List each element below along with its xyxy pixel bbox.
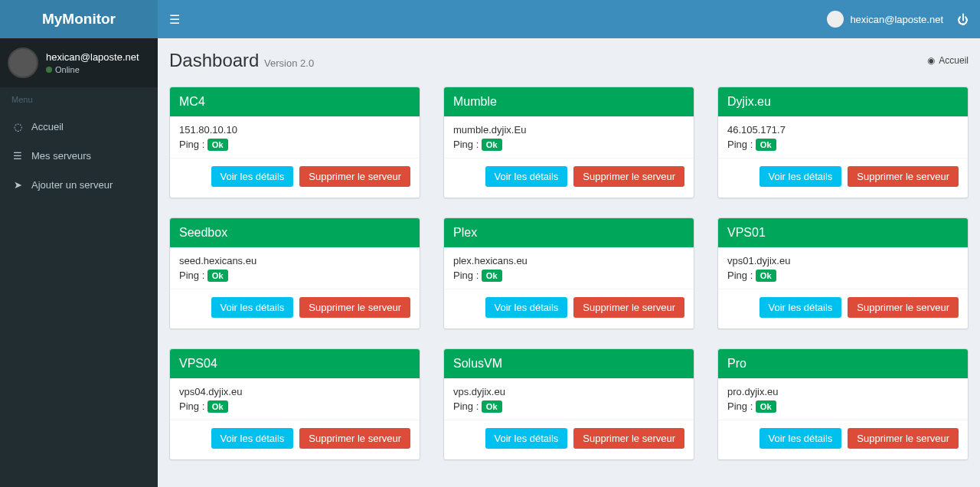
sidebar-menu-header: Menu [0,87,158,112]
power-icon[interactable]: ⏻ [957,13,969,26]
sidebar-item-add-server[interactable]: ➤ Ajouter un serveur [0,170,158,199]
details-button[interactable]: Voir les détails [760,297,842,318]
navbar-user-email: hexican@laposte.net [850,14,943,25]
details-button[interactable]: Voir les détails [485,297,568,318]
content-header: Dashboard Version 2.0 ◉ Accueil [158,38,980,71]
server-address: pro.dyjix.eu [727,386,959,397]
delete-button[interactable]: Supprimer le serveur [299,297,410,318]
hamburger-icon[interactable]: ☰ [169,12,180,27]
sidebar-user-panel: hexican@laposte.net Online [0,38,158,87]
server-name: Plex [444,218,694,247]
status-dot-icon [46,67,52,73]
breadcrumb-text: Accueil [939,55,969,66]
delete-button[interactable]: Supprimer le serveur [299,166,410,187]
server-name: Dyjix.eu [718,87,968,116]
sidebar-user-status: Online [46,65,139,74]
server-card: Dyjix.eu46.105.171.7Ping : OkVoir les dé… [717,87,969,198]
avatar [8,47,38,78]
server-address: mumble.dyjix.Eu [453,124,684,136]
ping-badge: Ok [482,400,502,413]
server-address: plex.hexicans.eu [453,255,684,266]
server-address: vps01.dyjix.eu [727,255,959,266]
details-button[interactable]: Voir les détails [760,428,842,449]
delete-button[interactable]: Supprimer le serveur [299,428,410,449]
server-card: Mumblemumble.dyjix.EuPing : OkVoir les d… [443,87,694,198]
delete-button[interactable]: Supprimer le serveur [848,297,959,318]
ping-badge: Ok [207,139,228,151]
share-icon: ➤ [11,178,24,191]
brand-logo[interactable]: MyMonitor [0,0,158,38]
ping-badge: Ok [756,400,776,413]
ping-badge: Ok [207,400,228,413]
server-ping: Ping : Ok [727,400,959,412]
server-card: MC4151.80.10.10Ping : OkVoir les détails… [169,87,420,198]
server-card: Propro.dyjix.euPing : OkVoir les détails… [717,348,969,460]
sidebar-item-label: Accueil [31,121,64,132]
server-card: Plexplex.hexicans.euPing : OkVoir les dé… [443,217,694,329]
details-button[interactable]: Voir les détails [760,166,842,187]
ping-badge: Ok [756,139,776,151]
ping-badge: Ok [482,270,502,282]
server-name: MC4 [170,87,420,116]
server-address: vps.dyjix.eu [453,386,684,397]
server-ping: Ping : Ok [453,270,684,281]
delete-button[interactable]: Supprimer le serveur [573,428,684,449]
server-ping: Ping : Ok [727,139,959,150]
server-ping: Ping : Ok [727,270,959,281]
sidebar-user-email: hexican@laposte.net [46,51,139,63]
details-button[interactable]: Voir les détails [485,428,568,449]
server-card: SolusVMvps.dyjix.euPing : OkVoir les dét… [443,348,694,460]
details-button[interactable]: Voir les détails [211,297,294,318]
server-name: VPS01 [718,218,968,247]
status-text: Online [55,65,80,74]
ping-badge: Ok [482,139,502,151]
server-card: Seedboxseed.hexicans.euPing : OkVoir les… [169,217,420,329]
details-button[interactable]: Voir les détails [211,428,294,449]
dashboard-icon: ◌ [11,120,24,132]
ping-badge: Ok [207,270,228,282]
server-address: 151.80.10.10 [179,124,410,136]
details-button[interactable]: Voir les détails [211,166,294,187]
server-ping: Ping : Ok [453,400,684,412]
server-address: 46.105.171.7 [727,124,959,136]
server-grid: MC4151.80.10.10Ping : OkVoir les détails… [158,71,980,476]
delete-button[interactable]: Supprimer le serveur [573,166,684,187]
delete-button[interactable]: Supprimer le serveur [573,297,684,318]
list-icon: ☰ [11,149,24,162]
server-address: vps04.dyjix.eu [179,386,410,397]
sidebar-item-accueil[interactable]: ◌ Accueil [0,112,158,141]
ping-badge: Ok [756,270,776,282]
breadcrumb[interactable]: ◉ Accueil [927,55,969,66]
server-name: Mumble [444,87,694,116]
page-title: Dashboard Version 2.0 [169,50,314,71]
server-ping: Ping : Ok [179,139,410,150]
server-name: VPS04 [170,349,420,378]
server-name: SolusVM [444,349,694,378]
server-card: VPS01vps01.dyjix.euPing : OkVoir les dét… [717,217,969,329]
sidebar-item-label: Mes serveurs [31,150,91,162]
sidebar-item-servers[interactable]: ☰ Mes serveurs [0,141,158,170]
navbar-user[interactable]: hexican@laposte.net [827,11,943,28]
sidebar: MyMonitor hexican@laposte.net Online Men… [0,0,158,487]
top-navbar: ☰ hexican@laposte.net ⏻ [158,0,980,38]
server-ping: Ping : Ok [179,270,410,281]
server-name: Seedbox [170,218,420,247]
delete-button[interactable]: Supprimer le serveur [848,166,959,187]
server-card: VPS04vps04.dyjix.euPing : OkVoir les dét… [169,348,420,460]
delete-button[interactable]: Supprimer le serveur [848,428,959,449]
server-name: Pro [718,349,968,378]
home-icon: ◉ [927,55,935,66]
details-button[interactable]: Voir les détails [485,166,568,187]
server-ping: Ping : Ok [453,139,684,150]
avatar-icon [827,11,844,28]
sidebar-item-label: Ajouter un serveur [31,179,113,191]
server-address: seed.hexicans.eu [179,255,410,266]
server-ping: Ping : Ok [179,400,410,412]
page-subtitle: Version 2.0 [264,57,314,69]
page-title-text: Dashboard [169,50,259,70]
